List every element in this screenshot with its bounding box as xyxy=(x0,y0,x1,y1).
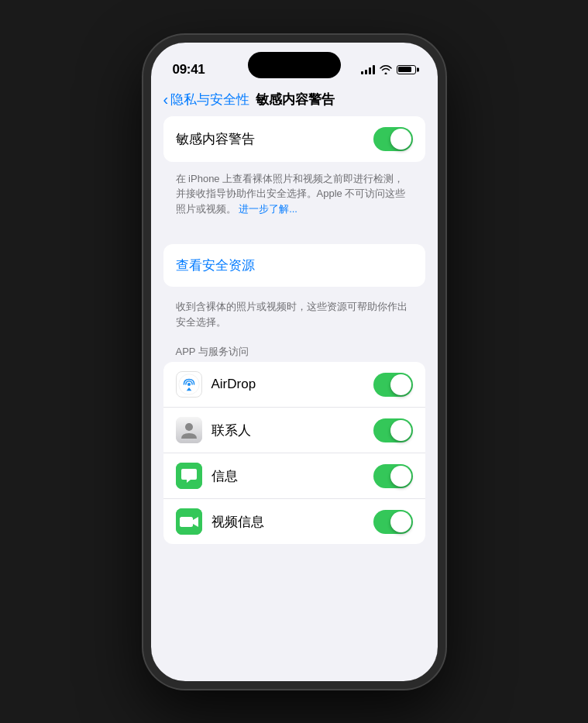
phone-frame: 09:41 ‹ xyxy=(143,35,445,689)
airdrop-name: AirDrop xyxy=(211,377,364,392)
contacts-row: 联系人 xyxy=(163,408,425,453)
airdrop-icon xyxy=(176,371,202,398)
messages-toggle-thumb xyxy=(390,466,411,487)
airdrop-toggle[interactable] xyxy=(373,373,413,397)
safety-resources-card: 查看安全资源 xyxy=(163,244,425,287)
messages-row: 信息 xyxy=(163,453,425,499)
facetime-svg-icon xyxy=(176,508,202,535)
main-description: 在 iPhone 上查看裸体照片和视频之前即进行检测，并接收指导协助作出安全选择… xyxy=(163,168,425,229)
contacts-svg-icon xyxy=(176,417,202,443)
wifi-icon xyxy=(380,65,392,74)
safety-resources-link[interactable]: 查看安全资源 xyxy=(176,256,413,274)
svg-point-2 xyxy=(187,383,190,386)
toggle-thumb xyxy=(390,129,411,150)
facetime-row: 视频信息 xyxy=(163,499,425,544)
facetime-toggle-thumb xyxy=(390,511,411,532)
battery-icon xyxy=(397,65,416,74)
facetime-name: 视频信息 xyxy=(211,513,364,531)
content-area: 敏感内容警告 在 iPhone 上查看裸体照片和视频之前即进行检测，并接收指导协… xyxy=(151,116,438,670)
contacts-name: 联系人 xyxy=(211,422,364,439)
messages-svg-icon xyxy=(176,463,202,489)
airdrop-row: AirDrop xyxy=(163,362,425,408)
sensitive-content-label: 敏感内容警告 xyxy=(176,130,255,148)
learn-more-link[interactable]: 进一步了解... xyxy=(239,203,297,215)
status-time: 09:41 xyxy=(173,62,205,77)
contacts-toggle[interactable] xyxy=(373,418,413,442)
dynamic-island xyxy=(248,52,341,78)
section-gap-1 xyxy=(163,229,425,244)
nav-title: 敏感内容警告 xyxy=(256,91,335,108)
signal-bars-icon xyxy=(361,65,375,74)
safety-section-description: 收到含裸体的照片或视频时，这些资源可帮助你作出安全选择。 xyxy=(163,293,425,339)
svg-rect-7 xyxy=(180,517,193,527)
facetime-icon xyxy=(176,508,202,535)
facetime-toggle[interactable] xyxy=(373,510,413,534)
svg-point-4 xyxy=(185,423,193,431)
airdrop-svg-icon xyxy=(178,374,200,395)
chevron-left-icon: ‹ xyxy=(163,91,169,107)
messages-toggle[interactable] xyxy=(373,464,413,488)
nav-back-button[interactable]: ‹ 隐私与安全性 xyxy=(163,91,250,108)
sensitive-content-toggle[interactable] xyxy=(373,127,413,151)
messages-icon xyxy=(176,463,202,489)
nav-bar: ‹ 隐私与安全性 敏感内容警告 xyxy=(151,84,438,116)
contacts-icon xyxy=(176,417,202,443)
airdrop-toggle-thumb xyxy=(390,374,411,395)
main-toggle-card: 敏感内容警告 xyxy=(163,116,425,162)
contacts-toggle-thumb xyxy=(390,420,411,441)
nav-back-label[interactable]: 隐私与安全性 xyxy=(170,91,249,108)
sensitive-content-toggle-row: 敏感内容警告 xyxy=(163,116,425,162)
messages-name: 信息 xyxy=(211,467,364,485)
app-list: AirDrop xyxy=(163,362,425,544)
screen: 09:41 ‹ xyxy=(151,43,438,681)
status-icons xyxy=(361,65,416,74)
apps-section-header: APP 与服务访问 xyxy=(163,339,425,362)
